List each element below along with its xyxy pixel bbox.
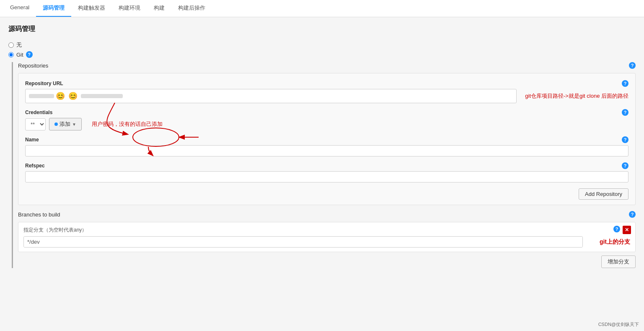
- url-blur-1: [29, 94, 54, 98]
- dropdown-arrow-icon: ▼: [72, 122, 76, 127]
- branches-header: Branches to build ?: [18, 211, 636, 218]
- branch-input-wrapper: [23, 236, 583, 248]
- repositories-label-row: Repositories: [18, 63, 48, 69]
- branch-input[interactable]: [24, 237, 582, 247]
- refspec-input[interactable]: [25, 171, 628, 182]
- name-label: Name: [25, 137, 39, 143]
- credentials-help-icon[interactable]: ?: [622, 109, 628, 116]
- repo-url-label-row: Repository URL ?: [25, 80, 628, 87]
- tab-scm[interactable]: 源码管理: [36, 0, 71, 17]
- radio-git-input[interactable]: [8, 52, 14, 57]
- radio-none-input[interactable]: [8, 42, 14, 48]
- credentials-controls: ** 添加 ▼: [25, 118, 82, 130]
- credentials-select[interactable]: **: [25, 118, 46, 130]
- emoji-2: 😊: [68, 91, 78, 101]
- repository-card: Repository URL ? 😊 😊 git仓库项目路径->就是git cl…: [18, 73, 636, 205]
- add-repository-button[interactable]: Add Repository: [579, 188, 628, 200]
- tab-build[interactable]: 构建: [147, 0, 171, 17]
- tab-general[interactable]: General: [3, 0, 36, 17]
- refspec-help-icon[interactable]: ?: [622, 162, 628, 169]
- url-annotation: git仓库项目路径->就是git clone 后面的路径: [525, 92, 628, 100]
- dot-icon: [54, 122, 58, 126]
- name-input[interactable]: [25, 145, 628, 156]
- name-help-icon[interactable]: ?: [622, 136, 628, 143]
- branch-row: ✕ ? 指定分支（为空时代表any） git上的分支: [18, 222, 636, 252]
- refspec-label-row: Refspec ?: [25, 162, 628, 169]
- credentials-label: Credentials: [25, 109, 52, 115]
- refspec-field: Refspec ?: [25, 162, 628, 182]
- name-label-row: Name ?: [25, 136, 628, 143]
- emoji-1: 😊: [56, 91, 65, 101]
- watermark: CSDN@仗剑纵天下: [598, 321, 639, 328]
- radio-git-label: Git: [16, 52, 23, 58]
- repo-url-label: Repository URL: [25, 81, 63, 86]
- credentials-label-row: Credentials ?: [25, 109, 628, 116]
- radio-git-option[interactable]: Git ?: [8, 51, 636, 58]
- repositories-label: Repositories: [18, 63, 48, 69]
- repositories-header: Repositories ?: [18, 62, 636, 69]
- name-field: Name ?: [25, 136, 628, 156]
- radio-none-label: 无: [16, 41, 22, 49]
- url-blur-2: [81, 94, 123, 98]
- remove-branch-button[interactable]: ✕: [623, 226, 631, 234]
- add-branch-btn-row: 增加分支: [18, 255, 636, 268]
- repo-url-help-icon[interactable]: ?: [622, 80, 628, 87]
- tab-build-env[interactable]: 构建环境: [112, 0, 147, 17]
- credentials-field: Credentials ? ** 添加 ▼ 用户密码，没有的话: [25, 109, 628, 130]
- branches-label: Branches to build: [18, 211, 60, 218]
- tab-triggers[interactable]: 构建触发器: [71, 0, 112, 17]
- repo-url-field: Repository URL ? 😊 😊 git仓库项目路径->就是git cl…: [25, 80, 628, 103]
- branch-row-help-icon[interactable]: ?: [613, 226, 620, 232]
- branch-annotation: git上的分支: [600, 238, 630, 246]
- git-help-icon[interactable]: ?: [26, 51, 33, 58]
- branch-field-label: 指定分支（为空时代表any）: [23, 227, 630, 234]
- radio-none-option[interactable]: 无: [8, 41, 636, 49]
- add-branch-button[interactable]: 增加分支: [601, 255, 636, 268]
- add-repository-btn-row: Add Repository: [25, 188, 628, 200]
- refspec-label: Refspec: [25, 163, 45, 169]
- repo-url-input-display[interactable]: 😊 😊: [25, 89, 517, 103]
- branches-help-icon[interactable]: ?: [629, 211, 636, 218]
- branches-section: Branches to build ? ✕ ? 指定分支（为空时代表any） g…: [18, 211, 636, 268]
- tab-post-build[interactable]: 构建后操作: [171, 0, 212, 17]
- repositories-help-icon[interactable]: ?: [629, 62, 636, 69]
- add-credentials-label: 添加: [59, 120, 70, 128]
- tab-bar: General 源码管理 构建触发器 构建环境 构建 构建后操作: [0, 0, 644, 17]
- page-content: 源码管理 无 Git ? Repositories ? Repository U…: [0, 17, 644, 331]
- add-credentials-button[interactable]: 添加 ▼: [49, 118, 82, 130]
- credentials-annotation: 用户密码，没有的话自己添加: [92, 120, 163, 128]
- radio-group-scm: 无 Git ?: [8, 41, 636, 58]
- page-title: 源码管理: [8, 25, 636, 34]
- git-section: Repositories ? Repository URL ? 😊 😊: [12, 62, 636, 268]
